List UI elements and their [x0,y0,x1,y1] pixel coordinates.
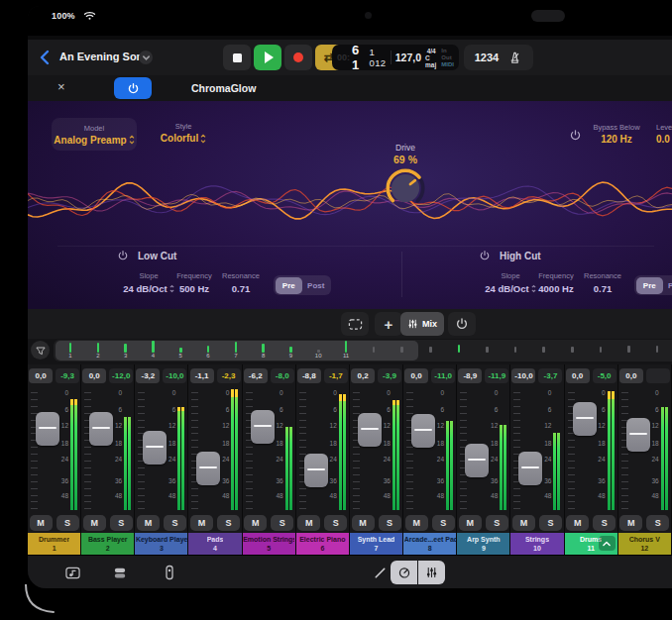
controller-icon[interactable] [161,564,178,581]
track-name-bar[interactable]: Drums11 [565,533,617,555]
volume-value[interactable]: -10,0 [511,368,535,383]
model-selector[interactable]: Model Analog Preamp [52,118,137,151]
volume-value[interactable]: 0,0 [619,368,643,383]
volume-value[interactable]: 0,0 [404,368,428,383]
mute-button[interactable]: M [512,515,535,531]
collapse-chevron-button[interactable] [599,536,616,551]
low-cut-resonance[interactable]: Resonance 0.71 [212,271,270,294]
volume-value[interactable]: -3,2 [136,368,160,383]
mute-button[interactable]: M [352,515,375,531]
record-button[interactable] [284,45,312,70]
track-name-bar[interactable]: Chorus V12 [618,533,671,555]
mute-button[interactable]: M [244,515,267,531]
plugin-tiles-icon[interactable] [111,564,129,581]
track-name-bar[interactable]: Pads4 [188,533,241,555]
fader-handle[interactable] [36,412,59,446]
mute-button[interactable]: M [83,515,106,531]
metronome-button[interactable] [507,51,522,65]
solo-button[interactable]: S [56,515,79,531]
solo-button[interactable]: S [379,515,401,531]
volume-value[interactable]: -1,1 [190,368,214,383]
mixer-power-button[interactable] [448,312,476,336]
play-button[interactable] [254,45,281,70]
fader-handle[interactable] [251,410,275,444]
solo-button[interactable]: S [271,515,293,531]
solo-button[interactable]: S [324,515,347,531]
track-name-bar[interactable]: Bass Player2 [81,533,134,555]
solo-button[interactable]: S [164,515,186,531]
drive-knob[interactable] [383,165,428,211]
fader-handle[interactable] [626,418,650,452]
fader-handle[interactable] [465,444,489,477]
mute-button[interactable]: M [459,515,482,531]
count-in-button[interactable]: 1234 [475,52,499,63]
back-button[interactable] [38,48,56,67]
high-cut-resonance[interactable]: Resonance 0.71 [574,271,631,294]
bypass-power-button[interactable] [569,129,582,142]
pre-button[interactable]: Pre [636,277,664,294]
post-button[interactable]: Post [663,277,672,294]
song-title[interactable]: An Evening Song [59,51,150,62]
mute-button[interactable]: M [405,515,428,531]
volume-value[interactable]: -8,8 [297,368,321,383]
track-name-bar[interactable]: Strings10 [510,533,563,555]
pre-button[interactable]: Pre [276,277,303,294]
volume-value[interactable]: 0,0 [29,368,53,383]
fader-handle[interactable] [304,454,328,487]
mute-button[interactable]: M [137,515,160,531]
volume-value[interactable]: 0,0 [82,368,106,383]
level-control[interactable]: Level 0.0 [656,123,672,145]
pencil-icon[interactable] [371,564,389,581]
fader-handle[interactable] [411,414,435,448]
mute-button[interactable]: M [619,515,642,531]
close-plugin-button[interactable]: × [57,79,65,94]
mute-button[interactable]: M [566,515,589,531]
fader-handle[interactable] [518,452,542,485]
bypass-below-control[interactable]: Bypass Below 120 Hz [589,123,644,145]
stop-button[interactable] [223,45,251,70]
mute-button[interactable]: M [297,515,320,531]
style-selector[interactable]: Style Colorful [149,122,218,144]
fader-view-button[interactable] [418,561,445,584]
mute-button[interactable]: M [30,515,53,531]
mute-button[interactable]: M [190,515,213,531]
overview-meter [571,347,574,353]
mix-view-button[interactable]: Mix [400,312,444,336]
fader-handle[interactable] [196,452,220,485]
loop-browser-icon[interactable] [63,564,81,581]
lcd-display[interactable]: 00: 6 1 1 012 127,0 4/4 C maj In Out MID… [332,45,459,70]
solo-button[interactable]: S [110,515,133,531]
track-name-bar[interactable]: Emotion Strings5 [243,533,295,555]
track-name-bar[interactable]: Keyboard Player3 [135,533,187,555]
volume-value[interactable]: 0,2 [351,368,375,383]
track-name-bar[interactable]: Arp Synth9 [457,533,509,555]
low-cut-power-button[interactable] [117,250,129,261]
fader-handle[interactable] [573,402,597,436]
solo-button[interactable]: S [593,515,616,531]
high-cut-power-button[interactable] [479,250,491,261]
track-filter-button[interactable] [31,341,50,360]
post-button[interactable]: Post [302,277,330,294]
solo-button[interactable]: S [646,515,669,531]
volume-value[interactable]: -6,2 [244,368,268,383]
track-overview-strip[interactable]: 1234567891011 [54,340,672,362]
volume-value[interactable]: -8,9 [458,368,482,383]
track-name-bar[interactable]: Arcade...eet Pad8 [403,533,456,555]
track-name-bar[interactable]: Synth Lead7 [350,533,402,555]
solo-button[interactable]: S [217,515,240,531]
solo-button[interactable]: S [486,515,508,531]
solo-button[interactable]: S [539,515,562,531]
solo-button[interactable]: S [432,515,455,531]
fader-handle[interactable] [89,412,113,446]
fader-handle[interactable] [358,413,382,447]
track-name-bar[interactable]: Electric Piano6 [296,533,349,555]
add-track-button[interactable]: + [375,312,402,336]
lcd-bar-beat: 6 1 [352,43,366,72]
fader-handle[interactable] [143,431,167,465]
track-name-bar[interactable]: Drummer1 [28,533,80,555]
marquee-select-button[interactable] [341,312,369,336]
song-menu-button[interactable] [139,51,153,64]
knob-view-button[interactable] [391,561,417,584]
volume-value[interactable]: 0,0 [566,368,590,383]
plugin-power-toggle[interactable] [114,77,152,99]
